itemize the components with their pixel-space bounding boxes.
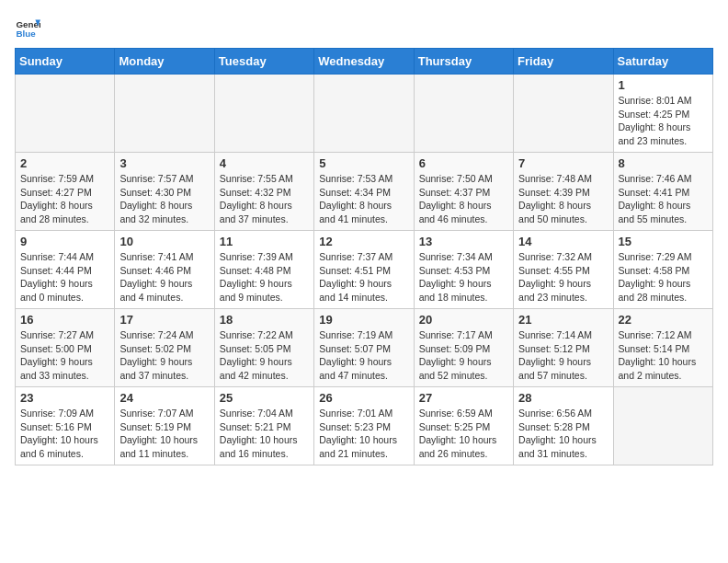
day-number: 27: [419, 391, 508, 405]
calendar-cell: 28Sunrise: 6:56 AM Sunset: 5:28 PM Dayli…: [514, 387, 613, 465]
day-detail: Sunrise: 7:17 AM Sunset: 5:09 PM Dayligh…: [419, 328, 508, 383]
logo-icon: General Blue: [15, 15, 40, 40]
week-row-5: 23Sunrise: 7:09 AM Sunset: 5:16 PM Dayli…: [16, 387, 713, 465]
calendar-cell: 12Sunrise: 7:37 AM Sunset: 4:51 PM Dayli…: [314, 231, 414, 309]
calendar-cell: 23Sunrise: 7:09 AM Sunset: 5:16 PM Dayli…: [16, 387, 115, 465]
day-number: 10: [119, 235, 209, 248]
calendar-cell: [314, 75, 414, 153]
day-detail: Sunrise: 7:46 AM Sunset: 4:41 PM Dayligh…: [619, 172, 708, 226]
day-number: 11: [220, 235, 309, 248]
calendar-cell: 22Sunrise: 7:12 AM Sunset: 5:14 PM Dayli…: [613, 309, 712, 387]
calendar-cell: 7Sunrise: 7:48 AM Sunset: 4:39 PM Daylig…: [514, 153, 613, 231]
col-header-wednesday: Wednesday: [314, 49, 414, 75]
day-detail: Sunrise: 8:01 AM Sunset: 4:25 PM Dayligh…: [619, 94, 708, 148]
calendar-cell: [514, 75, 613, 153]
day-number: 5: [319, 156, 408, 170]
day-number: 21: [518, 313, 608, 327]
day-detail: Sunrise: 7:09 AM Sunset: 5:16 PM Dayligh…: [20, 407, 109, 461]
calendar-cell: [613, 387, 712, 465]
day-number: 4: [220, 156, 309, 170]
day-detail: Sunrise: 7:44 AM Sunset: 4:44 PM Dayligh…: [20, 250, 109, 304]
calendar-cell: 25Sunrise: 7:04 AM Sunset: 5:21 PM Dayli…: [214, 387, 313, 465]
calendar-cell: [414, 75, 513, 153]
day-number: 7: [518, 156, 608, 170]
day-detail: Sunrise: 7:50 AM Sunset: 4:37 PM Dayligh…: [419, 172, 508, 226]
day-number: 20: [419, 313, 508, 327]
calendar-cell: [16, 75, 115, 153]
day-number: 2: [20, 156, 109, 170]
day-detail: Sunrise: 7:37 AM Sunset: 4:51 PM Dayligh…: [319, 250, 408, 304]
day-number: 22: [619, 313, 708, 327]
day-number: 12: [319, 235, 408, 248]
day-number: 19: [319, 313, 408, 327]
day-detail: Sunrise: 7:01 AM Sunset: 5:23 PM Dayligh…: [319, 407, 408, 461]
calendar-cell: 19Sunrise: 7:19 AM Sunset: 5:07 PM Dayli…: [314, 309, 414, 387]
calendar-cell: 13Sunrise: 7:34 AM Sunset: 4:53 PM Dayli…: [414, 231, 513, 309]
week-row-4: 16Sunrise: 7:27 AM Sunset: 5:00 PM Dayli…: [16, 309, 713, 387]
day-detail: Sunrise: 7:12 AM Sunset: 5:14 PM Dayligh…: [619, 328, 708, 383]
calendar-header: SundayMondayTuesdayWednesdayThursdayFrid…: [16, 49, 713, 75]
calendar-cell: 6Sunrise: 7:50 AM Sunset: 4:37 PM Daylig…: [414, 153, 513, 231]
day-detail: Sunrise: 7:14 AM Sunset: 5:12 PM Dayligh…: [518, 328, 608, 383]
calendar-cell: 17Sunrise: 7:24 AM Sunset: 5:02 PM Dayli…: [115, 309, 214, 387]
svg-text:Blue: Blue: [16, 29, 36, 39]
calendar-cell: 1Sunrise: 8:01 AM Sunset: 4:25 PM Daylig…: [613, 75, 712, 153]
week-row-3: 9Sunrise: 7:44 AM Sunset: 4:44 PM Daylig…: [16, 231, 713, 309]
day-detail: Sunrise: 7:59 AM Sunset: 4:27 PM Dayligh…: [20, 172, 109, 226]
calendar-cell: 27Sunrise: 6:59 AM Sunset: 5:25 PM Dayli…: [414, 387, 513, 465]
day-detail: Sunrise: 7:29 AM Sunset: 4:58 PM Dayligh…: [619, 250, 708, 304]
day-number: 23: [20, 391, 109, 405]
day-detail: Sunrise: 7:57 AM Sunset: 4:30 PM Dayligh…: [119, 172, 209, 226]
day-number: 18: [220, 313, 309, 327]
day-detail: Sunrise: 6:59 AM Sunset: 5:25 PM Dayligh…: [419, 407, 508, 461]
day-detail: Sunrise: 7:04 AM Sunset: 5:21 PM Dayligh…: [220, 407, 309, 461]
day-detail: Sunrise: 7:07 AM Sunset: 5:19 PM Dayligh…: [119, 407, 209, 461]
day-detail: Sunrise: 7:34 AM Sunset: 4:53 PM Dayligh…: [419, 250, 508, 304]
day-detail: Sunrise: 7:27 AM Sunset: 5:00 PM Dayligh…: [20, 328, 109, 383]
day-detail: Sunrise: 7:39 AM Sunset: 4:48 PM Dayligh…: [220, 250, 309, 304]
day-number: 1: [619, 78, 708, 92]
calendar-cell: [115, 75, 214, 153]
day-detail: Sunrise: 7:22 AM Sunset: 5:05 PM Dayligh…: [220, 328, 309, 383]
day-detail: Sunrise: 7:24 AM Sunset: 5:02 PM Dayligh…: [119, 328, 209, 383]
logo: General Blue: [15, 15, 44, 40]
calendar-cell: 4Sunrise: 7:55 AM Sunset: 4:32 PM Daylig…: [214, 153, 313, 231]
day-number: 26: [319, 391, 408, 405]
day-number: 14: [518, 235, 608, 248]
calendar-table: SundayMondayTuesdayWednesdayThursdayFrid…: [15, 48, 713, 465]
calendar-cell: 9Sunrise: 7:44 AM Sunset: 4:44 PM Daylig…: [16, 231, 115, 309]
week-row-2: 2Sunrise: 7:59 AM Sunset: 4:27 PM Daylig…: [16, 153, 713, 231]
day-number: 15: [619, 235, 708, 248]
day-detail: Sunrise: 7:48 AM Sunset: 4:39 PM Dayligh…: [518, 172, 608, 226]
calendar-cell: 5Sunrise: 7:53 AM Sunset: 4:34 PM Daylig…: [314, 153, 414, 231]
col-header-saturday: Saturday: [613, 49, 712, 75]
col-header-friday: Friday: [514, 49, 613, 75]
calendar-cell: [214, 75, 313, 153]
calendar-cell: 20Sunrise: 7:17 AM Sunset: 5:09 PM Dayli…: [414, 309, 513, 387]
col-header-tuesday: Tuesday: [214, 49, 313, 75]
calendar-cell: 24Sunrise: 7:07 AM Sunset: 5:19 PM Dayli…: [115, 387, 214, 465]
day-number: 24: [119, 391, 209, 405]
day-number: 17: [119, 313, 209, 327]
day-number: 3: [119, 156, 209, 170]
day-detail: Sunrise: 7:32 AM Sunset: 4:55 PM Dayligh…: [518, 250, 608, 304]
day-detail: Sunrise: 7:53 AM Sunset: 4:34 PM Dayligh…: [319, 172, 408, 226]
day-number: 28: [518, 391, 608, 405]
day-number: 16: [20, 313, 109, 327]
col-header-thursday: Thursday: [414, 49, 513, 75]
day-number: 13: [419, 235, 508, 248]
calendar-cell: 2Sunrise: 7:59 AM Sunset: 4:27 PM Daylig…: [16, 153, 115, 231]
day-number: 9: [20, 235, 109, 248]
day-detail: Sunrise: 6:56 AM Sunset: 5:28 PM Dayligh…: [518, 407, 608, 461]
calendar-cell: 16Sunrise: 7:27 AM Sunset: 5:00 PM Dayli…: [16, 309, 115, 387]
calendar-cell: 3Sunrise: 7:57 AM Sunset: 4:30 PM Daylig…: [115, 153, 214, 231]
calendar-cell: 10Sunrise: 7:41 AM Sunset: 4:46 PM Dayli…: [115, 231, 214, 309]
day-detail: Sunrise: 7:55 AM Sunset: 4:32 PM Dayligh…: [220, 172, 309, 226]
calendar-cell: 21Sunrise: 7:14 AM Sunset: 5:12 PM Dayli…: [514, 309, 613, 387]
day-number: 8: [619, 156, 708, 170]
col-header-sunday: Sunday: [16, 49, 115, 75]
day-detail: Sunrise: 7:19 AM Sunset: 5:07 PM Dayligh…: [319, 328, 408, 383]
calendar-cell: 14Sunrise: 7:32 AM Sunset: 4:55 PM Dayli…: [514, 231, 613, 309]
day-number: 6: [419, 156, 508, 170]
header: General Blue: [15, 15, 713, 40]
